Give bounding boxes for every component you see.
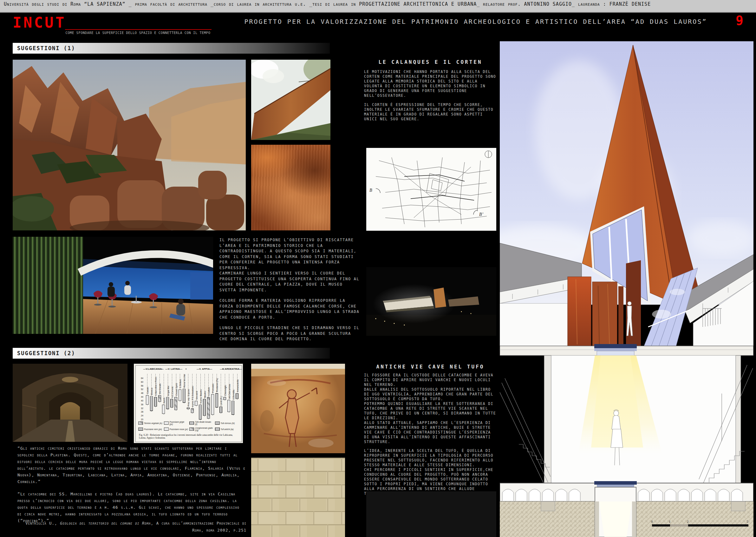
left-stairs	[500, 378, 550, 483]
bar h3	[223, 397, 226, 400]
paragraph: IL CORTEN È ESPRESSIONE DEL TEMPO CHE SC…	[364, 103, 497, 122]
photo-catacomb-tunnel	[13, 364, 128, 442]
bar h2	[187, 407, 190, 409]
clabel: Chiaraviglio	[224, 385, 226, 396]
quote-paragraph: “Le catacombe dei SS. Marcellino e pietr…	[18, 491, 246, 524]
bar h0	[162, 405, 165, 414]
ytick: 28	[136, 411, 143, 413]
legend-label: Tufo terroso (ht)	[221, 422, 235, 424]
clabel: V.C.Correnti	[171, 387, 173, 398]
photo-calanques-landscape	[13, 60, 246, 230]
clabel: Pres. sep. Scipioni	[187, 389, 190, 406]
scale-tick: 0	[651, 519, 653, 523]
clabel: Annunziatella	[237, 380, 239, 392]
bar h2	[154, 397, 157, 407]
ytick: 64	[136, 377, 143, 379]
ytick: 52	[136, 388, 143, 391]
gsep: +	[161, 367, 162, 370]
clabel: Castulo	[146, 387, 149, 394]
paragraph: LUNGO LE PICCOLE STRADINE CHE SI DIRAMAN…	[219, 325, 362, 342]
photo-rust-texture	[251, 145, 330, 230]
legend-label: Pozzolane rosse (pr)	[170, 428, 188, 431]
bar h2	[236, 393, 239, 399]
text-block-calanques: LE CALANQUES E IL CORTEN LE MOTIVAZIONI …	[364, 59, 497, 126]
bar h3	[174, 397, 177, 410]
paragraph: IL FOSSORE ERA IL CUSTODE DELLE CATACOMB…	[364, 373, 497, 444]
text-block-tufo: ANTICHE VIE CAVE NEL TUFO IL FOSSORE ERA…	[364, 364, 497, 496]
render-perspective-section: 0 1 2 5	[500, 41, 753, 537]
ytick: 48	[136, 392, 143, 394]
bar h3	[191, 408, 194, 413]
clabel: Sincratriti	[196, 391, 198, 399]
bar h2	[170, 399, 173, 407]
clabel: S.Callisto	[208, 387, 210, 396]
ytick: 60	[136, 381, 143, 383]
ytick: 40	[136, 399, 143, 402]
clabel: Basileo	[204, 391, 206, 398]
clabel: in pres. P.S.Sebastiano	[192, 386, 194, 407]
ytick: 36	[136, 403, 143, 406]
clabel: Acqua Mar.	[167, 385, 169, 396]
clabel: S.Marcellino e Pietro	[155, 377, 157, 396]
university-header-bar: Università degli studi di Roma “LA SAPIE…	[0, 0, 756, 13]
legend-label: Conglomerato giallo (cg)	[195, 427, 214, 431]
dark-image-panel	[366, 491, 496, 537]
text-block-quote: “Gli antichi cimiteri cristianied ebraic…	[18, 445, 246, 524]
citation-title: Geologia del territorio del comune di Ro…	[60, 521, 151, 525]
paragraph: COLORE FORMA E MATERIA VOGLIONO RIPROPOR…	[219, 298, 362, 320]
paragraph: L’IDEA, INERENTE LA SCELTA DEL TUFO, È Q…	[364, 448, 497, 496]
clabel: Del Grande	[159, 383, 161, 394]
section-bar-suggestioni-2: SUGGESTIONI (2)	[13, 348, 330, 359]
logo-tagline: COME SFONDARE LA SUPERFICIE DELLO SPAZIO…	[63, 31, 212, 35]
bar h1	[232, 401, 234, 415]
scale-tick: 5	[746, 519, 748, 523]
scale-tick: 1	[669, 519, 671, 523]
legend-swatch	[164, 422, 169, 425]
bar h1	[166, 397, 169, 409]
citation-publisher: , A cura dell’amministrazione Provincial…	[151, 521, 246, 533]
scale-tick: 2	[687, 519, 689, 523]
bar h3	[207, 397, 210, 419]
text-block-progetto: IL PROGETTO SI PROPONE L’OBIETTIVO DI RI…	[219, 237, 362, 342]
red-divider-line	[65, 29, 211, 30]
legend-label: Pozzolane nere (pn)	[144, 428, 162, 431]
ghead: —V. LATINA—	[165, 367, 182, 370]
section-marker-b: B	[369, 188, 372, 193]
section-label: SUGGESTIONI (2)	[17, 350, 75, 356]
board-title: PROGETTO PER LA VALORIZZAZIONE DEL PATRI…	[222, 18, 729, 25]
section-bar-suggestioni-1: SUGGESTIONI (1)	[13, 43, 330, 54]
incut-logo: INCUT	[13, 14, 66, 31]
legend-swatch	[138, 428, 143, 431]
thesis-presentation-board: Università degli studi di Roma “LA SAPIE…	[0, 0, 756, 537]
clabel: Ebraica	[151, 388, 153, 395]
legend-label: Tufi antichi (ta)	[221, 428, 234, 431]
bar h2	[203, 399, 206, 416]
bar h1	[215, 393, 218, 407]
bar h3	[158, 395, 161, 402]
paragraph: LE MOTIVAZIONI CHE HANNO PORTATO ALLA SC…	[364, 69, 497, 98]
bar h0	[227, 400, 230, 412]
citation-author: Ventriglia U.,	[25, 521, 60, 525]
render-interior-lounge	[13, 237, 213, 334]
paragraph: IL PROGETTO SI PROPONE L’OBIETTIVO DI RI…	[219, 237, 362, 293]
ytick: 24	[136, 415, 143, 417]
gsep: +	[185, 367, 187, 370]
block-title: ANTICHE VIE CAVE NEL TUFO	[364, 364, 497, 370]
ytick: 56	[136, 385, 143, 387]
page-number: 9	[736, 13, 744, 28]
gsep: +	[222, 367, 224, 370]
clabel: S.Domitilla	[232, 390, 235, 399]
quote-paragraph: “Gli antichi cimiteri cristianied ebraic…	[18, 445, 246, 485]
legend-swatch	[189, 422, 194, 425]
clabel: Cessati Spiriti	[175, 383, 177, 396]
site-plan-map: B B’	[366, 148, 496, 231]
clabel: Aurelii	[163, 398, 165, 403]
bar h0	[211, 394, 214, 415]
clabel: Roma Vecchia	[183, 374, 185, 388]
excavation-pit	[595, 487, 636, 537]
legend-label: Terreno vegetale (tv)	[144, 422, 162, 424]
photo-corten-blade	[251, 60, 330, 140]
block-title: LE CALANQUES E IL CORTEN	[364, 59, 497, 65]
clabel: Limiti (Pc)	[220, 396, 222, 405]
ytick: 20	[136, 418, 143, 421]
